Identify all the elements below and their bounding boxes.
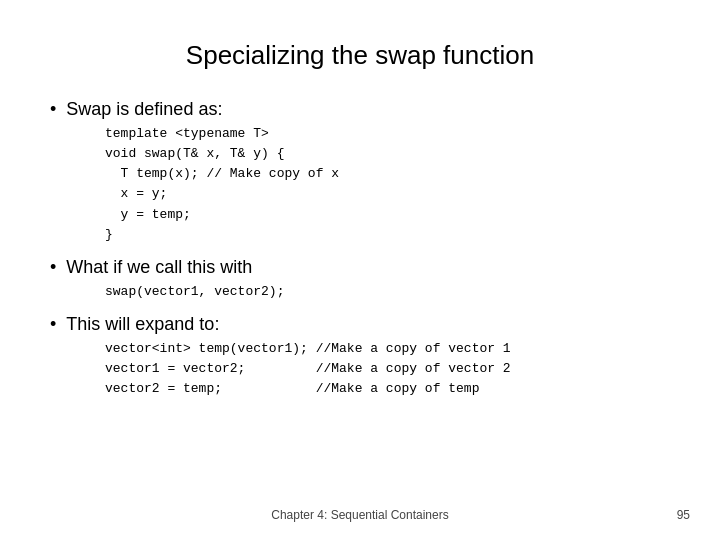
bullet-dot-1: • — [50, 99, 56, 120]
bullet-item-1: • Swap is defined as: — [50, 99, 670, 120]
bullet-dot-2: • — [50, 257, 56, 278]
bullet-section-1: • Swap is defined as: template <typename… — [50, 99, 670, 245]
page-number: 95 — [677, 508, 690, 522]
code-line: } — [105, 225, 670, 245]
code-line: y = temp; — [105, 205, 670, 225]
bullet-text-2: What if we call this with — [66, 257, 252, 278]
bullet-text-1: Swap is defined as: — [66, 99, 222, 120]
bullet-section-3: • This will expand to: vector<int> temp(… — [50, 314, 670, 399]
footer: Chapter 4: Sequential Containers — [0, 508, 720, 522]
code-block-2: swap(vector1, vector2); — [105, 282, 670, 302]
bullet-item-3: • This will expand to: — [50, 314, 670, 335]
code-line: vector2 = temp; //Make a copy of temp — [105, 379, 670, 399]
code-line: void swap(T& x, T& y) { — [105, 144, 670, 164]
bullet-text-3: This will expand to: — [66, 314, 219, 335]
bullet-section-2: • What if we call this with swap(vector1… — [50, 257, 670, 302]
bullet-item-2: • What if we call this with — [50, 257, 670, 278]
code-line: template <typename T> — [105, 124, 670, 144]
code-line: T temp(x); // Make copy of x — [105, 164, 670, 184]
code-line: vector<int> temp(vector1); //Make a copy… — [105, 339, 670, 359]
code-block-1: template <typename T> void swap(T& x, T&… — [105, 124, 670, 245]
code-line: x = y; — [105, 184, 670, 204]
bullet-dot-3: • — [50, 314, 56, 335]
footer-text: Chapter 4: Sequential Containers — [271, 508, 448, 522]
code-line: vector1 = vector2; //Make a copy of vect… — [105, 359, 670, 379]
slide-title: Specializing the swap function — [50, 40, 670, 71]
slide: Specializing the swap function • Swap is… — [0, 0, 720, 540]
code-block-3: vector<int> temp(vector1); //Make a copy… — [105, 339, 670, 399]
code-line: swap(vector1, vector2); — [105, 282, 670, 302]
